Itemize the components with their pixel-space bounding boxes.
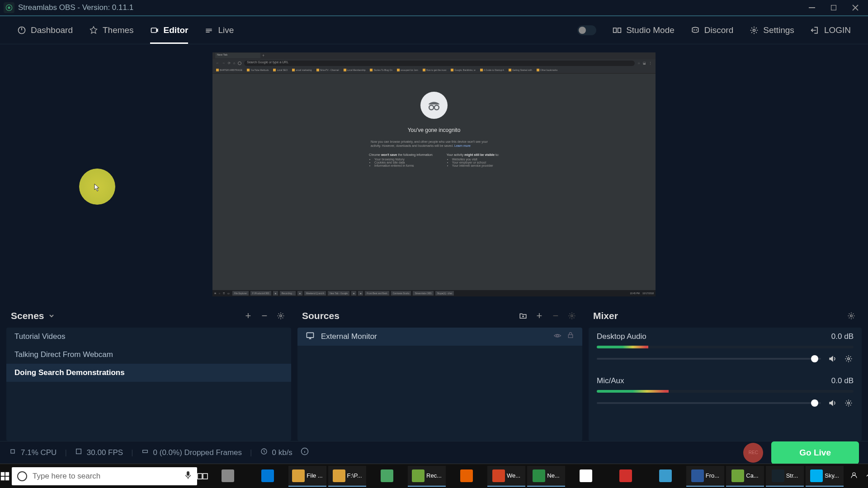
add-source-button[interactable]: +: [533, 310, 545, 322]
svg-rect-10: [618, 28, 621, 33]
speaker-icon[interactable]: [827, 398, 837, 408]
task-view-button[interactable]: [197, 464, 208, 488]
track-gear-icon[interactable]: [844, 398, 854, 408]
nav-settings[interactable]: Settings: [741, 16, 802, 44]
nav-login[interactable]: LOGIN: [802, 16, 859, 44]
bitrate-icon: [260, 448, 268, 457]
monitor-icon: [306, 331, 315, 343]
minimize-button[interactable]: [807, 3, 816, 12]
source-item[interactable]: External Monitor: [297, 328, 582, 346]
nav-live[interactable]: Live: [196, 16, 242, 44]
taskbar-app[interactable]: Rec...: [408, 466, 446, 487]
cpu-icon: [9, 448, 16, 457]
taskbar-app[interactable]: Str...: [766, 466, 804, 487]
go-live-button[interactable]: Go Live: [771, 441, 859, 464]
scene-item[interactable]: Tutorial Videos: [6, 328, 291, 346]
svg-rect-8: [206, 32, 210, 33]
svg-rect-29: [1, 472, 5, 475]
tray-chevron-up-icon[interactable]: [865, 472, 868, 480]
start-button[interactable]: [0, 464, 10, 488]
nav-editor[interactable]: Editor: [142, 16, 197, 44]
svg-rect-24: [11, 450, 14, 453]
taskbar-app[interactable]: Ca...: [726, 466, 764, 487]
svg-point-1: [8, 6, 10, 9]
incognito-might-visible-heading: Your activity might still be visible to:: [447, 153, 499, 156]
speaker-icon[interactable]: [827, 354, 837, 364]
taskbar-app[interactable]: [607, 466, 645, 487]
tray-people-icon[interactable]: [850, 471, 858, 481]
desktop-volume-slider[interactable]: [597, 358, 821, 360]
svg-rect-32: [5, 476, 9, 480]
bitrate-stat: 0 kb/s: [272, 448, 292, 457]
source-settings-button[interactable]: [566, 310, 578, 322]
search-placeholder: Type here to search: [33, 472, 179, 481]
taskbar-app[interactable]: [646, 466, 684, 487]
nav-discord-label: Discord: [704, 25, 733, 35]
mixer-settings-button[interactable]: [845, 310, 857, 322]
scene-settings-button[interactable]: [275, 310, 287, 322]
window-titlebar: Streamlabs OBS - Version: 0.11.1: [0, 0, 868, 16]
svg-rect-25: [76, 449, 81, 454]
record-button[interactable]: REC: [743, 443, 763, 463]
window-title: Streamlabs OBS - Version: 0.11.1: [18, 3, 807, 12]
chevron-down-icon[interactable]: [49, 313, 54, 319]
incognito-wont-list: Your browsing historyCookies and site da…: [369, 158, 433, 167]
taskbar-search[interactable]: Type here to search: [12, 467, 197, 485]
mixer-panel: Mixer Desktop Audio0.0 dB Mic/Aux0.0 dB: [589, 304, 862, 441]
night-mode-toggle[interactable]: [577, 25, 596, 35]
fps-icon: [75, 448, 82, 457]
themes-icon: [89, 26, 98, 35]
preview-canvas[interactable]: New Tab+ ←→⟳⌂ Search Google or type a UR…: [0, 44, 868, 304]
mic-icon[interactable]: [184, 470, 192, 482]
remove-scene-button[interactable]: −: [259, 310, 270, 322]
mic-aux-db: 0.0 dB: [831, 376, 854, 385]
nav-live-label: Live: [218, 25, 234, 35]
svg-point-13: [753, 29, 755, 31]
svg-point-15: [434, 105, 439, 110]
add-folder-button[interactable]: [517, 310, 529, 322]
svg-rect-35: [203, 474, 208, 479]
mic-aux-label: Mic/Aux: [597, 376, 624, 385]
scenes-title: Scenes: [11, 310, 44, 321]
dropped-stat: 0 (0.0%) Dropped Frames: [153, 448, 242, 457]
svg-rect-18: [307, 333, 314, 338]
taskbar-app[interactable]: [448, 466, 486, 487]
nav-studio-mode[interactable]: Studio Mode: [604, 16, 683, 44]
scene-item[interactable]: Talking Direct From Webcam: [6, 346, 291, 364]
taskbar-app[interactable]: [209, 466, 247, 487]
taskbar-app[interactable]: File ...: [288, 466, 326, 487]
source-lock-icon[interactable]: [567, 332, 574, 342]
remove-source-button[interactable]: −: [550, 310, 561, 322]
maximize-button[interactable]: [829, 3, 838, 12]
svg-rect-31: [1, 476, 5, 480]
status-bar: 7.1% CPU | 30.00 FPS | 0 (0.0%) Dropped …: [0, 441, 868, 464]
nav-dashboard[interactable]: Dashboard: [9, 16, 81, 44]
taskbar-app[interactable]: [368, 466, 406, 487]
nav-dashboard-label: Dashboard: [31, 25, 73, 35]
info-icon[interactable]: [301, 447, 309, 458]
top-navigation: Dashboard Themes Editor Live Studio Mode…: [0, 16, 868, 44]
taskbar-app[interactable]: Sky...: [806, 466, 844, 487]
source-visibility-icon[interactable]: [553, 332, 561, 342]
taskbar-app[interactable]: Ne...: [527, 466, 565, 487]
taskbar-app[interactable]: [567, 466, 605, 487]
nav-settings-label: Settings: [763, 25, 794, 35]
mic-volume-slider[interactable]: [597, 402, 821, 404]
scene-item-active[interactable]: Doing Search Demonstrations: [6, 364, 291, 382]
taskbar-app[interactable]: F:\P...: [328, 466, 366, 487]
taskbar-app[interactable]: Fro...: [686, 466, 724, 487]
mixer-title: Mixer: [593, 310, 618, 321]
add-scene-button[interactable]: +: [242, 310, 254, 322]
nav-studio-mode-label: Studio Mode: [626, 25, 675, 35]
preview-browser-tab: New Tab: [215, 53, 260, 58]
taskbar-app[interactable]: We...: [487, 466, 525, 487]
close-button[interactable]: [851, 3, 860, 12]
track-gear-icon[interactable]: [844, 354, 854, 364]
login-icon: [811, 26, 820, 35]
preview-url-text: Search Google or type a URL: [244, 61, 635, 66]
nav-discord[interactable]: Discord: [683, 16, 741, 44]
svg-rect-3: [831, 5, 836, 10]
cursor-icon: [94, 183, 100, 192]
nav-themes[interactable]: Themes: [81, 16, 142, 44]
taskbar-app[interactable]: [249, 466, 287, 487]
